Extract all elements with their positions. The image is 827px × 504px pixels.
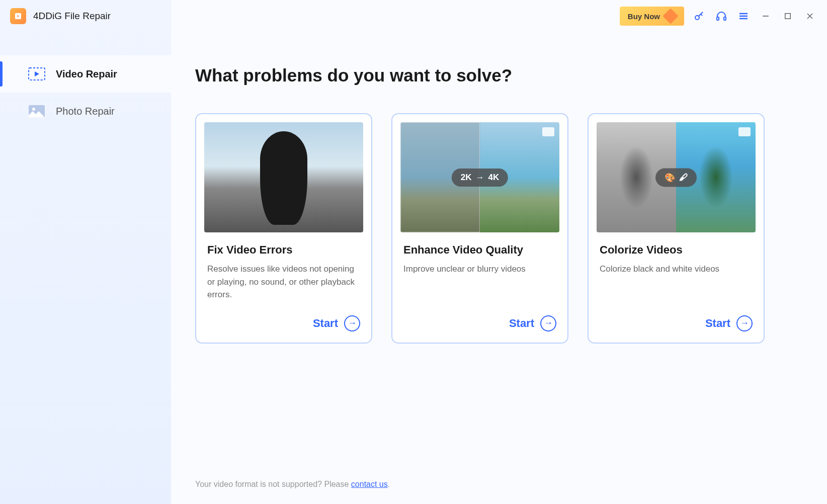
- sidebar-item-photo-repair[interactable]: Photo Repair: [0, 93, 171, 130]
- contact-us-link[interactable]: contact us: [351, 480, 388, 488]
- buy-now-label: Buy Now: [628, 12, 660, 21]
- card-footer: Start →: [196, 310, 371, 343]
- video-repair-icon: [28, 66, 46, 81]
- app-container: Video Repair Photo Repair What problems …: [0, 0, 827, 504]
- titlebar-right: Buy Now: [620, 7, 817, 26]
- svg-rect-8: [785, 14, 791, 19]
- card-thumbnail: 🎨 🖌: [597, 122, 756, 232]
- card-thumbnail: [204, 122, 363, 232]
- arrow-icon: →: [476, 173, 484, 183]
- card-description: Improve unclear or blurry videos: [403, 263, 556, 301]
- start-button[interactable]: Start →: [509, 315, 556, 331]
- sidebar-item-video-repair[interactable]: Video Repair: [0, 55, 171, 93]
- headphones-icon[interactable]: [714, 9, 728, 23]
- palette-icon: 🎨: [665, 172, 675, 183]
- svg-rect-2: [717, 17, 719, 20]
- card-title: Fix Video Errors: [207, 243, 360, 257]
- card-footer: Start →: [392, 310, 567, 343]
- photo-repair-icon: [28, 104, 46, 119]
- main-content: What problems do you want to solve? Fix …: [171, 0, 827, 504]
- app-logo-icon: [10, 8, 26, 24]
- arrow-right-icon: →: [344, 315, 360, 331]
- card-footer: Start →: [589, 310, 764, 343]
- sidebar: Video Repair Photo Repair: [0, 0, 171, 504]
- key-icon[interactable]: [692, 9, 706, 23]
- card-enhance-video-quality: 2K → 4K Enhance Video Quality Improve un…: [391, 113, 568, 344]
- card-thumbnail: 2K → 4K: [400, 122, 559, 232]
- card-body: Enhance Video Quality Improve unclear or…: [392, 232, 567, 310]
- footer-text: Your video format is not supported? Plea…: [195, 480, 390, 489]
- titlebar-left: 4DDiG File Repair: [10, 8, 111, 24]
- maximize-button[interactable]: [781, 9, 795, 23]
- footer-suffix: .: [388, 480, 390, 488]
- start-label: Start: [313, 317, 338, 330]
- cards-grid: Fix Video Errors Resolve issues like vid…: [195, 113, 803, 344]
- app-title: 4DDiG File Repair: [33, 11, 111, 22]
- main-heading: What problems do you want to solve?: [195, 65, 803, 86]
- titlebar: 4DDiG File Repair Buy Now: [0, 0, 827, 32]
- minimize-button[interactable]: [759, 9, 773, 23]
- footer-prompt: Your video format is not supported? Plea…: [195, 480, 351, 488]
- colorize-badge: 🎨 🖌: [655, 168, 697, 187]
- menu-icon[interactable]: [736, 9, 751, 23]
- arrow-right-icon: →: [540, 315, 556, 331]
- camera-icon: [738, 127, 751, 136]
- sidebar-item-label: Photo Repair: [56, 106, 115, 117]
- svg-rect-3: [724, 17, 726, 20]
- badge-left: 2K: [461, 173, 472, 183]
- brush-icon: 🖌: [679, 173, 688, 183]
- card-body: Fix Video Errors Resolve issues like vid…: [196, 232, 371, 310]
- resolution-badge: 2K → 4K: [452, 169, 508, 187]
- card-colorize-videos: 🎨 🖌 Colorize Videos Colorize black and w…: [588, 113, 765, 344]
- card-body: Colorize Videos Colorize black and white…: [589, 232, 764, 310]
- camera-icon: [542, 127, 554, 136]
- card-title: Enhance Video Quality: [403, 243, 556, 257]
- card-image: 2K → 4K: [392, 114, 567, 232]
- arrow-right-icon: →: [736, 315, 753, 331]
- start-button[interactable]: Start →: [313, 315, 360, 331]
- card-image: [196, 114, 371, 232]
- card-image: 🎨 🖌: [589, 114, 764, 232]
- buy-now-button[interactable]: Buy Now: [620, 7, 684, 26]
- start-button[interactable]: Start →: [705, 315, 753, 331]
- card-fix-video-errors: Fix Video Errors Resolve issues like vid…: [195, 113, 372, 344]
- card-title: Colorize Videos: [600, 243, 753, 257]
- card-description: Resolve issues like videos not opening o…: [207, 263, 360, 301]
- svg-point-13: [32, 108, 35, 111]
- close-button[interactable]: [803, 9, 817, 23]
- sidebar-item-label: Video Repair: [56, 68, 117, 80]
- badge-right: 4K: [488, 173, 500, 183]
- start-label: Start: [705, 317, 730, 330]
- start-label: Start: [509, 317, 534, 330]
- card-description: Colorize black and white videos: [600, 263, 753, 301]
- diamond-icon: [663, 8, 678, 24]
